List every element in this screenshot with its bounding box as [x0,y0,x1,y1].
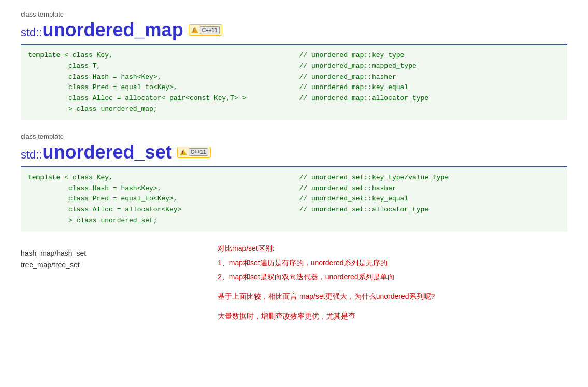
code-right-1-4: // unordered_map::allocator_type [289,93,561,104]
class-label-1: class template [21,10,567,18]
code-left-2-0: template < class Key, [28,173,289,183]
hash-label: hash_map/hash_set [21,249,218,257]
code-line-1-4: class Alloc = allocator< pair<const Key,… [28,93,560,104]
code-line-2-1: class Hash = hash<Key>, // unordered_set… [28,183,560,194]
code-right-1-3: // unordered_map::key_equal [289,82,561,93]
class-name-1: unordered_map [42,19,183,40]
left-labels: hash_map/hash_set tree_map/tree_set [21,244,218,327]
class-title-1: std::unordered_map C++11 [21,19,567,41]
tree-label: tree_map/tree_set [21,261,218,269]
bottom-section: hash_map/hash_set tree_map/tree_set 对比ma… [21,244,567,327]
class-title-2: std::unordered_set C++11 [21,141,567,163]
class-label-2: class template [21,133,567,140]
code-block-2: template < class Key, // unordered_set::… [21,166,567,232]
code-right-1-0: // unordered_map::key_type [289,50,561,61]
warning-badge-2: C++11 [177,147,211,158]
code-left-1-5: > class unordered_map; [28,104,289,115]
code-right-2-4 [289,216,561,226]
code-line-2-0: template < class Key, // unordered_set::… [28,173,560,183]
code-left-2-2: class Pred = equal_to<Key>, [28,194,289,205]
code-right-1-2: // unordered_map::hasher [289,72,561,83]
code-block-1: template < class Key, // unordered_map::… [21,44,567,120]
code-right-2-0: // unordered_set::key_type/value_type [289,173,561,183]
code-line-2-4: > class unordered_set; [28,216,560,226]
compare-note-1: 基于上面比较，相比而言 map/set更强大，为什么unordered系列呢? [218,291,567,302]
code-right-2-2: // unordered_set::key_equal [289,194,561,205]
warning-triangle-icon-1 [191,27,198,33]
class-name-2: unordered_set [42,141,172,163]
compare-item-1: 1、map和set遍历是有序的，unordered系列是无序的 [218,257,567,268]
code-left-1-2: class Hash = hash<Key>, [28,72,289,83]
cpp-badge-1: C++11 [200,26,220,34]
warning-triangle-icon-2 [180,149,187,155]
warning-badge-1: C++11 [189,24,222,36]
namespace-2: std:: [21,148,42,161]
class-title-text-2: std::unordered_set [21,141,172,163]
section-unordered-map: class template std::unordered_map C++11 … [21,10,567,120]
code-line-1-3: class Pred = equal_to<Key>, // unordered… [28,82,560,93]
code-right-1-1: // unordered_map::mapped_type [289,61,561,72]
code-left-2-4: > class unordered_set; [28,216,289,226]
right-content: 对比map/set区别: 1、map和set遍历是有序的，unordered系列… [218,244,567,327]
code-line-1-5: > class unordered_map; [28,104,560,115]
code-line-2-3: class Alloc = allocator<Key> // unordere… [28,205,560,216]
compare-item-2: 2、map和set是双向双向迭代器，unordered系列是单向 [218,271,567,282]
namespace-1: std:: [21,26,42,39]
compare-heading: 对比map/set区别: [218,244,567,253]
code-line-1-1: class T, // unordered_map::mapped_type [28,61,560,72]
code-line-2-2: class Pred = equal_to<Key>, // unordered… [28,194,560,205]
code-left-1-0: template < class Key, [28,50,289,61]
code-left-2-1: class Hash = hash<Key>, [28,183,289,194]
class-title-text-1: std::unordered_map [21,19,183,41]
code-right-1-5 [289,104,561,115]
code-line-1-2: class Hash = hash<Key>, // unordered_map… [28,72,560,83]
cpp-badge-2: C++11 [189,148,208,156]
compare-note-2: 大量数据时，增删查改效率更优，尤其是查 [218,310,567,322]
code-left-2-3: class Alloc = allocator<Key> [28,205,289,216]
section-unordered-set: class template std::unordered_set C++11 … [21,133,567,232]
code-line-1-0: template < class Key, // unordered_map::… [28,50,560,61]
code-left-1-4: class Alloc = allocator< pair<const Key,… [28,93,289,104]
code-right-2-3: // unordered_set::allocator_type [289,205,561,216]
code-right-2-1: // unordered_set::hasher [289,183,561,194]
code-left-1-1: class T, [28,61,289,72]
code-left-1-3: class Pred = equal_to<Key>, [28,82,289,93]
